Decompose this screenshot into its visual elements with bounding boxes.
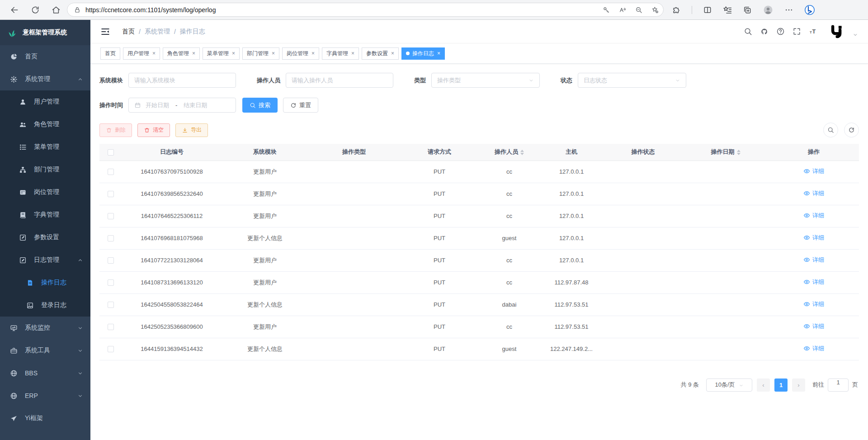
sidebar-logo[interactable]: 意框架管理系统 [0,20,90,45]
favorites-bar-icon[interactable] [723,5,732,14]
page-number-1[interactable]: 1 [774,378,788,392]
home-icon[interactable] [52,5,61,14]
close-icon[interactable]: × [311,51,315,56]
goto-page-input[interactable]: 1 [828,378,849,392]
sidebar-item-menu-mgmt[interactable]: 菜单管理 [0,136,90,158]
search-button[interactable]: 搜索 [242,98,278,113]
prev-page-button[interactable]: ‹ [757,378,770,392]
delete-button[interactable]: 删除 [99,123,132,137]
detail-link[interactable]: 详细 [803,212,824,220]
breadcrumb-home[interactable]: 首页 [122,28,135,36]
tab-菜单管理[interactable]: 菜单管理× [203,47,240,60]
sidebar-item-log-mgmt[interactable]: 日志管理 [0,249,90,271]
sidebar-item-dict-mgmt[interactable]: 字典管理 [0,203,90,226]
next-page-button[interactable]: › [792,378,805,392]
close-icon[interactable]: × [437,51,440,56]
date-range-input[interactable]: 开始日期 - 结束日期 [128,98,236,113]
extensions-icon[interactable] [672,5,681,14]
github-icon[interactable] [760,27,769,36]
row-checkbox[interactable] [108,302,114,308]
detail-link[interactable]: 详细 [803,345,824,353]
sort-icon[interactable] [737,150,741,155]
detail-link[interactable]: 详细 [803,278,824,286]
font-size-icon[interactable]: TT [809,27,817,36]
close-icon[interactable]: × [391,51,394,56]
tab-角色管理[interactable]: 角色管理× [163,47,200,60]
fullscreen-icon[interactable] [793,27,801,36]
help-icon[interactable] [776,27,785,36]
sidebar-item-login-log[interactable]: 登录日志 [0,294,90,317]
tab-首页[interactable]: 首页 [100,47,120,60]
close-icon[interactable]: × [272,51,275,56]
row-checkbox[interactable] [108,346,114,352]
clear-button[interactable]: 清空 [137,123,170,137]
sidebar-item-role-mgmt[interactable]: 角色管理 [0,113,90,136]
sidebar-item-dept-mgmt[interactable]: 部门管理 [0,158,90,181]
close-icon[interactable]: × [152,51,156,56]
sidebar-item-bbs[interactable]: BBS [0,362,90,384]
refresh-table-button[interactable] [844,123,859,137]
sidebar-item-yi-framework[interactable]: Yi框架 [0,407,90,430]
hamburger-icon[interactable] [100,27,110,37]
detail-link[interactable]: 详细 [803,322,824,331]
sidebar-item-post-mgmt[interactable]: 岗位管理 [0,181,90,203]
status-select[interactable]: 日志状态 [578,73,686,88]
detail-link[interactable]: 详细 [803,189,824,198]
sidebar-item-user-mgmt[interactable]: 用户管理 [0,90,90,113]
column-header[interactable]: 操作人员 [479,144,539,161]
module-input[interactable]: 请输入系统模块 [128,73,236,88]
collections-icon[interactable] [743,5,752,14]
chevron-down-icon[interactable] [853,31,858,37]
bing-icon[interactable] [804,5,815,15]
row-checkbox[interactable] [108,257,114,264]
detail-link[interactable]: 详细 [803,167,824,175]
tab-操作日志[interactable]: 操作日志× [401,47,445,60]
row-checkbox[interactable] [108,213,114,219]
url-text[interactable]: https://ccnetcore.com:1101/system/log/op… [85,6,603,14]
row-checkbox[interactable] [108,279,114,286]
refresh-icon[interactable] [31,5,40,14]
sidebar-item-home[interactable]: 首页 [0,45,90,68]
export-button[interactable]: 导出 [175,123,208,137]
key-icon[interactable] [603,6,610,14]
show-search-button[interactable] [823,123,838,137]
tab-部门管理[interactable]: 部门管理× [242,47,279,60]
sidebar-item-system-tools[interactable]: 系统工具 [0,339,90,362]
more-icon[interactable] [784,5,793,14]
close-icon[interactable]: × [232,51,235,56]
sidebar-item-oper-log[interactable]: 操作日志 [0,271,90,294]
tab-用户管理[interactable]: 用户管理× [123,47,160,60]
tab-参数设置[interactable]: 参数设置× [362,47,399,60]
zoom-out-icon[interactable] [635,6,642,14]
close-icon[interactable]: × [351,51,354,56]
column-header[interactable]: 操作日期 [683,144,769,161]
reset-button[interactable]: 重置 [283,98,318,113]
sidebar-item-system-mgmt[interactable]: 系统管理 [0,68,90,90]
read-aloud-icon[interactable] [619,6,626,14]
row-checkbox[interactable] [108,191,114,197]
sidebar-item-erp[interactable]: ERP [0,384,90,407]
row-checkbox[interactable] [108,235,114,241]
tab-岗位管理[interactable]: 岗位管理× [282,47,319,60]
type-select[interactable]: 操作类型 [431,73,540,88]
split-screen-icon[interactable] [703,5,712,14]
address-bar[interactable]: https://ccnetcore.com:1101/system/log/op… [67,3,664,17]
detail-link[interactable]: 详细 [803,256,824,264]
sort-icon[interactable] [520,150,524,155]
row-checkbox[interactable] [108,169,114,175]
operator-input[interactable]: 请输入操作人员 [286,73,393,88]
sidebar-item-system-monitor[interactable]: 系统监控 [0,317,90,339]
yi-logo-icon[interactable] [830,24,845,39]
close-icon[interactable]: × [192,51,195,56]
back-icon[interactable] [10,5,19,14]
sidebar-item-param-settings[interactable]: 参数设置 [0,226,90,249]
tab-字典管理[interactable]: 字典管理× [322,47,359,60]
row-checkbox[interactable] [108,324,114,330]
select-all-checkbox[interactable] [108,149,114,156]
detail-link[interactable]: 详细 [803,234,824,242]
favorite-add-icon[interactable] [651,6,659,14]
profile-avatar[interactable] [763,5,774,15]
search-icon[interactable] [744,27,752,36]
page-size-select[interactable]: 10条/页 [706,378,752,392]
detail-link[interactable]: 详细 [803,300,824,308]
